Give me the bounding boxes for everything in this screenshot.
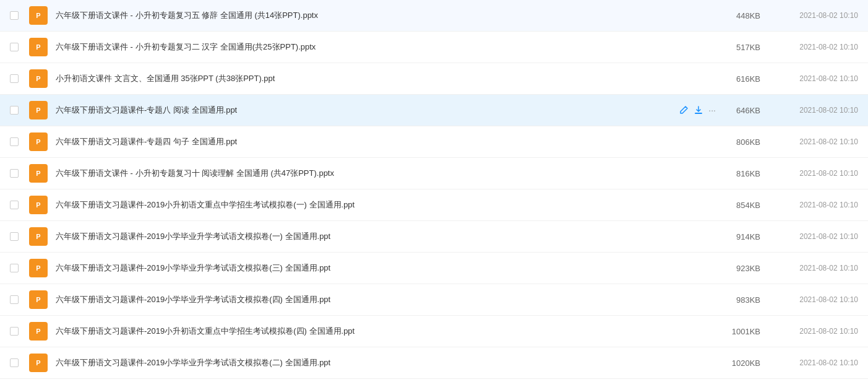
file-name[interactable]: 六年级下册语文课件 - 小升初专题复习十 阅读理解 全国通用 (共47张PPT)… [56,168,666,179]
file-name-link[interactable]: 六年级下册语文课件 - 小升初专题复习二 汉字 全国通用(共25张PPT).pp… [56,42,316,51]
icon-col: P [27,322,49,341]
file-checkbox[interactable] [10,137,19,146]
file-checkbox[interactable] [10,74,19,83]
ppt-icon: P [29,132,48,151]
file-name-link[interactable]: 小升初语文课件 文言文、全国通用 35张PPT (共38张PPT).ppt [56,74,275,83]
file-size: 923KB [716,264,765,273]
file-name-link[interactable]: 六年级下册语文习题课件-2019小学毕业升学考试语文模拟卷(三) 全国通用.pp… [56,263,330,272]
file-checkbox[interactable] [10,232,19,241]
file-name-link[interactable]: 六年级下册语文习题课件-2019小学毕业升学考试语文模拟卷(四) 全国通用.pp… [56,295,330,304]
ppt-icon: P [29,290,48,309]
checkbox-col [10,11,27,20]
file-name-link[interactable]: 六年级下册语文习题课件-2019小升初语文重点中学招生考试模拟卷(四) 全国通用… [56,326,355,336]
ppt-icon: P [29,164,48,183]
file-name[interactable]: 六年级下册语文习题课件-专题四 句子 全国通用.ppt [56,136,666,147]
file-date: 2021-08-02 10:10 [765,74,858,83]
file-name[interactable]: 六年级下册语文习题课件-专题八 阅读 全国通用.ppt [56,105,666,116]
file-date: 2021-08-02 10:10 [765,295,858,304]
file-date: 2021-08-02 10:10 [765,358,858,367]
file-row: P 六年级下册语文习题课件-2019小升初语文重点中学招生考试模拟卷(一) 全国… [0,189,868,221]
file-checkbox[interactable] [10,201,19,209]
file-name-link[interactable]: 六年级下册语文课件 - 小升初专题复习十 阅读理解 全国通用 (共47张PPT)… [56,168,334,178]
file-name-link[interactable]: 六年级下册语文习题课件-2019小学毕业升学考试语文模拟卷(一) 全国通用.pp… [56,232,330,241]
icon-col: P [27,164,49,183]
file-date: 2021-08-02 10:10 [765,201,858,209]
file-date: 2021-08-02 10:10 [765,106,858,115]
file-row: P 六年级下册语文习题课件-专题四 句子 全国通用.ppt 806KB 2021… [0,126,868,158]
file-checkbox[interactable] [10,169,19,178]
checkbox-col [10,74,27,83]
file-size: 1001KB [716,327,765,336]
file-name[interactable]: 六年级下册语文习题课件-2019小学毕业升学考试语文模拟卷(二) 全国通用.pp… [56,357,666,368]
file-name-link[interactable]: 六年级下册语文习题课件-2019小学毕业升学考试语文模拟卷(二) 全国通用.pp… [56,358,330,367]
file-checkbox[interactable] [10,43,19,51]
edit-icon[interactable] [679,105,689,115]
checkbox-col [10,137,27,146]
svg-rect-0 [695,113,702,114]
file-checkbox[interactable] [10,358,19,367]
file-name[interactable]: 六年级下册语文习题课件-2019小升初语文重点中学招生考试模拟卷(一) 全国通用… [56,199,666,211]
file-size: 914KB [716,232,765,241]
file-row: P 六年级下册语文习题课件-2019小学毕业升学考试语文模拟卷(一) 全国通用.… [0,221,868,253]
ppt-icon: P [29,227,48,246]
file-name[interactable]: 六年级下册语文课件 - 小升初专题复习二 汉字 全国通用(共25张PPT).pp… [56,41,666,53]
file-name[interactable]: 六年级下册语文习题课件-2019小学毕业升学考试语文模拟卷(三) 全国通用.pp… [56,263,666,274]
ppt-icon: P [29,259,48,277]
file-name[interactable]: 六年级下册语文习题课件-2019小升初语文重点中学招生考试模拟卷(四) 全国通用… [56,326,666,337]
ppt-icon: P [29,6,48,25]
file-checkbox[interactable] [10,295,19,304]
checkbox-col [10,169,27,178]
ppt-icon: P [29,196,48,214]
icon-col: P [27,354,49,372]
file-date: 2021-08-02 10:10 [765,43,858,51]
file-date: 2021-08-02 10:10 [765,11,858,20]
file-row: P 六年级下册语文习题课件-2019小升初语文重点中学招生考试模拟卷(四) 全国… [0,316,868,347]
file-row: P 六年级下册语文习题课件-专题八 阅读 全国通用.ppt [0,95,868,126]
file-name-link[interactable]: 六年级下册语文课件 - 小升初专题复习五 修辞 全国通用 (共14张PPT).p… [56,11,318,20]
file-size: 646KB [716,106,765,115]
icon-col: P [27,290,49,309]
file-date: 2021-08-02 10:10 [765,137,858,146]
icon-col: P [27,38,49,56]
file-date: 2021-08-02 10:10 [765,169,858,178]
file-row: P 六年级下册语文课件 - 小升初专题复习二 汉字 全国通用(共25张PPT).… [0,32,868,63]
checkbox-col [10,264,27,272]
checkbox-col [10,295,27,304]
file-row: P 六年级下册语文习题课件-2019小学毕业升学考试语文模拟卷(二) 全国通用.… [0,347,868,379]
file-checkbox[interactable] [10,106,19,115]
file-size: 517KB [716,43,765,52]
download-icon[interactable] [694,105,703,115]
checkbox-col [10,232,27,241]
ppt-icon: P [29,101,48,119]
file-list: P 六年级下册语文课件 - 小升初专题复习五 修辞 全国通用 (共14张PPT)… [0,0,868,382]
file-date: 2021-08-02 10:10 [765,232,858,241]
file-date: 2021-08-02 10:10 [765,264,858,272]
more-icon[interactable]: ··· [708,105,716,115]
file-actions: ··· [666,105,716,115]
file-size: 448KB [716,11,765,20]
file-name-link[interactable]: 六年级下册语文习题课件-专题四 句子 全国通用.ppt [56,137,237,146]
ppt-icon: P [29,322,48,341]
icon-col: P [27,132,49,151]
file-checkbox[interactable] [10,327,19,336]
file-name[interactable]: 六年级下册语文习题课件-2019小学毕业升学考试语文模拟卷(四) 全国通用.pp… [56,294,666,305]
icon-col: P [27,6,49,25]
file-name[interactable]: 六年级下册语文课件 - 小升初专题复习五 修辞 全国通用 (共14张PPT).p… [56,10,666,21]
file-checkbox[interactable] [10,11,19,20]
icon-col: P [27,196,49,214]
file-row: P 六年级下册语文习题课件-2019小学毕业升学考试语文模拟卷(四) 全国通用.… [0,284,868,316]
file-name-link[interactable]: 六年级下册语文习题课件-专题八 阅读 全国通用.ppt [56,105,237,115]
ppt-icon: P [29,38,48,56]
file-size: 806KB [716,137,765,147]
file-date: 2021-08-02 10:10 [765,327,858,336]
icon-col: P [27,101,49,119]
file-checkbox[interactable] [10,264,19,272]
checkbox-col [10,201,27,209]
file-row: P 六年级下册语文习题课件-专题一 汉语拼音 全国通用.ppt 3M 2021-… [0,379,868,382]
icon-col: P [27,69,49,88]
file-size: 854KB [716,201,765,210]
file-name[interactable]: 六年级下册语文习题课件-2019小学毕业升学考试语文模拟卷(一) 全国通用.pp… [56,231,666,242]
file-name-link[interactable]: 六年级下册语文习题课件-2019小升初语文重点中学招生考试模拟卷(一) 全国通用… [56,200,355,209]
file-size: 1020KB [716,358,765,368]
file-name[interactable]: 小升初语文课件 文言文、全国通用 35张PPT (共38张PPT).ppt [56,73,666,84]
